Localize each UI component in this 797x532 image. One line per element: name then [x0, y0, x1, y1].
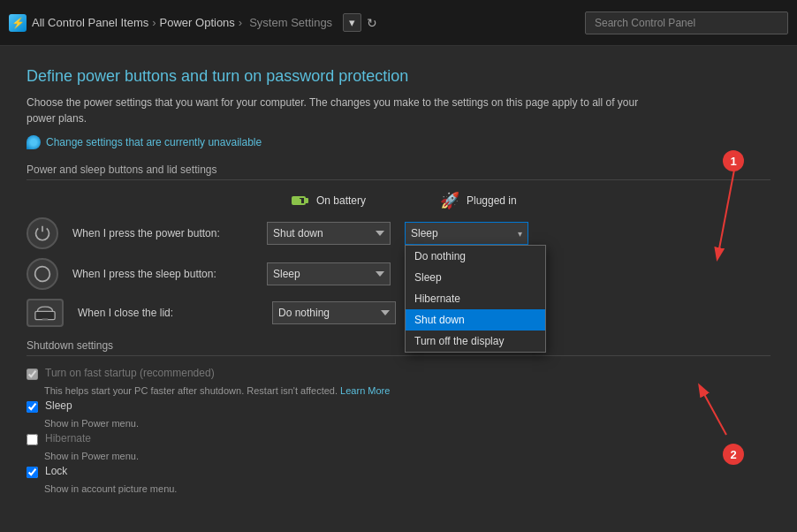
sleep-checkbox[interactable]	[27, 401, 38, 413]
dropdown-item-turnoff[interactable]: Turn off the display	[406, 331, 545, 352]
power-button-icon	[27, 217, 58, 249]
breadcrumb-dropdown-button[interactable]: ▾	[343, 13, 361, 32]
lock-sub: Show in account picture menu.	[44, 483, 770, 494]
dropdown-item-hibernate[interactable]: Hibernate	[406, 288, 545, 309]
hibernate-checkbox-label: Hibernate	[45, 432, 91, 445]
breadcrumb-all-items[interactable]: All Control Panel Items	[32, 16, 148, 29]
fast-startup-row: Turn on fast startup (recommended)	[27, 367, 770, 380]
power-button-pluggedin-dropdown: Sleep ▾ Do nothing Sleep Hibernate Shut …	[405, 222, 528, 245]
power-button-pluggedin-trigger[interactable]: Sleep ▾	[405, 222, 528, 245]
power-button-label: When I press the power button:	[72, 227, 267, 239]
shield-icon	[27, 135, 41, 149]
dropdown-current-value: Sleep	[411, 227, 438, 239]
annotation-2: 2	[723, 444, 744, 465]
page-description: Choose the power settings that you want …	[27, 95, 645, 126]
power-icon-svg	[34, 224, 51, 242]
change-settings-link-row: Change settings that are currently unava…	[27, 135, 770, 149]
lid-row: When I close the lid: Do nothing Do noth…	[27, 299, 770, 327]
fast-startup-label: Turn on fast startup (recommended)	[45, 367, 215, 379]
hibernate-checkbox[interactable]	[27, 434, 38, 445]
fast-startup-description: This helps start your PC faster after sh…	[44, 385, 338, 396]
sleep-button-icon	[27, 258, 58, 290]
hibernate-checkbox-row: Hibernate	[27, 432, 770, 445]
annotation-1: 1	[723, 150, 744, 171]
dropdown-list: Do nothing Sleep Hibernate Shut down Tur…	[405, 245, 546, 353]
fast-startup-checkbox[interactable]	[27, 369, 38, 380]
lock-checkbox[interactable]	[27, 467, 38, 478]
breadcrumb-sep2: ›	[239, 16, 242, 29]
dropdown-item-shutdown[interactable]: Shut down	[406, 309, 545, 331]
app-icon: ⚡	[9, 14, 27, 32]
power-button-row: When I press the power button: Shut down…	[27, 217, 770, 249]
titlebar: ⚡ All Control Panel Items › Power Option…	[0, 0, 797, 46]
lid-icon	[27, 299, 64, 327]
column-headers: On battery 🚀 Plugged in	[27, 191, 770, 210]
sleep-button-row: When I press the sleep button: Sleep Sle…	[27, 258, 770, 290]
refresh-button[interactable]: ↻	[367, 16, 377, 30]
search-input[interactable]	[585, 11, 788, 34]
sleep-button-battery-select[interactable]: Sleep	[267, 262, 391, 285]
fast-startup-sub: This helps start your PC faster after sh…	[44, 385, 770, 396]
lid-battery-select[interactable]: Do nothing	[272, 301, 396, 324]
svg-rect-1	[42, 318, 49, 320]
plugged-in-header: 🚀 Plugged in	[415, 191, 557, 210]
breadcrumb-current: System Settings	[249, 16, 332, 29]
plugin-icon: 🚀	[440, 191, 459, 210]
breadcrumb-sep1: ›	[152, 16, 156, 29]
shutdown-section-label: Shutdown settings	[27, 339, 770, 356]
sleep-button-label: When I press the sleep button:	[72, 268, 267, 280]
sleep-checkbox-row: Sleep	[27, 399, 770, 413]
lid-label: When I close the lid:	[78, 307, 272, 319]
lock-checkbox-label: Lock	[45, 465, 67, 477]
dropdown-item-donothing[interactable]: Do nothing	[406, 246, 545, 267]
sleep-sub: Show in Power menu.	[44, 418, 770, 429]
breadcrumb: All Control Panel Items › Power Options …	[32, 13, 585, 32]
lock-checkbox-row: Lock	[27, 465, 770, 478]
hibernate-sub: Show in Power menu.	[44, 451, 770, 461]
sleep-icon-svg	[34, 265, 51, 283]
change-settings-link[interactable]: Change settings that are currently unava…	[46, 136, 262, 148]
on-battery-header: On battery	[274, 194, 415, 207]
page-title: Define power buttons and turn on passwor…	[27, 67, 770, 86]
dropdown-arrow: ▾	[518, 229, 522, 239]
breadcrumb-power-options[interactable]: Power Options	[160, 16, 235, 29]
dropdown-item-sleep[interactable]: Sleep	[406, 267, 545, 288]
learn-more-link[interactable]: Learn More	[340, 385, 390, 396]
power-button-battery-select[interactable]: Shut down	[267, 222, 391, 245]
main-content: Define power buttons and turn on passwor…	[0, 46, 797, 532]
section-label: Power and sleep buttons and lid settings	[27, 163, 770, 180]
lid-icon-svg	[34, 302, 56, 323]
battery-icon	[292, 194, 309, 207]
shutdown-section: Shutdown settings Turn on fast startup (…	[27, 339, 770, 494]
sleep-checkbox-label: Sleep	[45, 399, 72, 412]
